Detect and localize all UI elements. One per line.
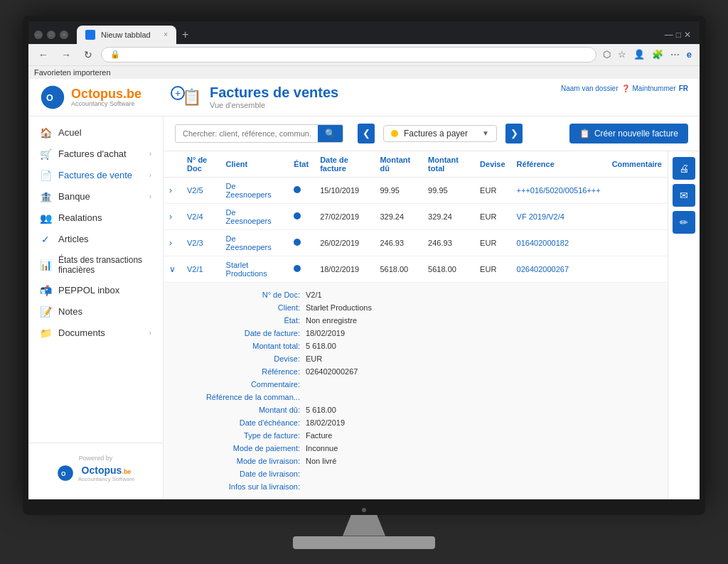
col-devise: Devise [474,151,510,178]
extensions-btn[interactable]: 🧩 [650,47,665,62]
row3-commentaire [606,229,668,256]
home-icon: 🏠 [40,127,51,139]
peppol-icon: 📬 [40,285,51,296]
detail-reference-value: 026402000267 [306,367,358,376]
sidebar-item-etats[interactable]: 📊 États des transactions finacières [28,250,163,280]
filter-dropdown[interactable]: Factures a payer ▼ [383,125,497,142]
row2-date: 27/02/2019 [314,203,374,229]
row4-client: Starlet Productions [220,256,289,282]
detail-mode-livraison-value: Non livré [306,457,336,465]
row1-client: De Zeesnoepers [220,177,289,203]
restore-icon[interactable]: □ [676,30,681,40]
row2-status [294,212,301,219]
chevron-factures-vente-icon: › [149,171,151,179]
notes-icon: 📝 [40,306,51,318]
row2-commentaire [606,203,668,229]
favorites-bar: Favorieten importeren [28,65,700,79]
detail-section: N° de Doc: V2/1 Client: Starlet Producti… [164,282,668,499]
bookmark-btn[interactable]: ☆ [616,47,628,62]
edit-btn[interactable]: ✏ [673,211,695,234]
prev-btn[interactable]: ❮ [358,124,375,143]
expand-row2-btn[interactable]: › [169,212,172,222]
logo-area: O Octopus.be Accountancy Software [40,85,154,110]
active-tab[interactable]: Nieuw tabblad × [77,26,176,44]
sidebar-item-realations[interactable]: 👥 Realations [28,207,163,229]
table-row[interactable]: › V2/4 De Zeesnoepers 27/02/2019 329.24 … [164,203,668,229]
detail-commentaire-label: Commentaire: [192,380,306,389]
sidebar-item-peppol[interactable]: 📬 PEPPOL inbox [28,280,163,301]
transactions-icon: 📊 [40,259,51,271]
sidebar-factures-vente-label: Factures de vente [58,170,132,180]
detail-etat-label: État: [192,316,306,325]
row4-devise: EUR [474,256,510,282]
expand-row3-btn[interactable]: › [169,238,172,248]
detail-infos-livraison-label: Infos sur la livraison: [192,482,306,491]
window-minimize-btn[interactable]: — [34,31,43,39]
table-row[interactable]: ∨ V2/1 Starlet Productions 18/02/2019 56… [164,256,668,282]
forward-btn[interactable]: → [57,47,75,63]
chevron-banque-icon: › [149,192,151,200]
col-commentaire: Commentaire [606,151,668,178]
next-btn[interactable]: ❯ [505,124,523,143]
search-button[interactable]: 🔍 [318,125,343,142]
detail-date-livraison-label: Date de livraison: [192,470,306,478]
send-btn[interactable]: ✉ [673,184,695,207]
row3-client: De Zeesnoepers [220,229,289,256]
table-row[interactable]: › V2/5 De Zeesnoepers 15/10/2019 99.95 9… [164,177,668,203]
address-bar: 🔒 [101,47,596,63]
row2-montant-total: 329.24 [422,203,474,229]
sidebar-item-notes[interactable]: 📝 Notes [28,301,163,322]
minimize-icon[interactable]: — [665,30,673,40]
sidebar-item-banque[interactable]: 🏦 Banque › [28,186,163,207]
sidebar-item-articles[interactable]: ✓ Articles [28,229,163,250]
sidebar-item-factures-vente[interactable]: 📄 Factures de vente › [28,165,163,186]
sidebar-notes-label: Notes [58,306,82,317]
detail-date-echeance-value: 18/02/2019 [306,418,345,427]
create-invoice-btn[interactable]: 📋 Créer nouvelle facture [569,124,688,143]
sidebar-item-documents[interactable]: 📁 Documents › [28,322,163,344]
detail-type-facture-value: Facture [306,431,332,440]
favorites-bar-label: Favorieten importeren [34,68,111,77]
monitor-stand [23,515,705,549]
row4-montant-total: 5618.00 [422,256,474,282]
detail-mode-paiement-value: Inconnue [306,444,338,452]
purchase-icon: 🛒 [40,148,51,160]
expand-row4-btn[interactable]: ∨ [169,264,176,274]
expand-row1-btn[interactable]: › [169,185,172,195]
detail-devise-value: EUR [306,354,322,363]
check-icon: ✓ [40,234,51,245]
close-icon[interactable]: ✕ [684,30,691,40]
page-subtitle: Vue d'ensemble [210,101,338,109]
window-maximize-btn[interactable]: □ [47,31,55,39]
tab-close-btn[interactable]: × [164,31,168,38]
row4-date: 18/02/2019 [314,256,374,282]
row2-client: De Zeesnoepers [220,203,289,229]
detail-mode-paiement-label: Mode de paiement: [192,444,306,452]
print-btn[interactable]: 🖨 [673,157,695,180]
detail-date-value: 18/02/2019 [306,329,345,337]
sidebar-item-acueil[interactable]: 🏠 Acuel [28,122,163,143]
page-title: Factures de ventes [210,85,338,101]
table-row[interactable]: › V2/3 De Zeesnoepers 26/02/2019 246.93 … [164,229,668,256]
row4-montant-du: 5618.00 [374,256,422,282]
user-lang: FR [679,85,688,92]
page-icon: 📋 [182,88,201,107]
address-input[interactable] [124,50,587,60]
col-doc: N° de Doc [181,151,220,178]
window-close-btn[interactable]: × [60,31,68,39]
profile-btn[interactable]: 👤 [631,47,647,62]
menu-btn[interactable]: ⋯ [668,47,682,62]
search-input[interactable] [176,126,318,141]
sidebar-item-factures-achat[interactable]: 🛒 Factures d'achat › [28,143,163,165]
detail-client-value: Starlet Productions [306,303,372,312]
new-tab-btn[interactable]: + [176,26,194,44]
chevron-factures-achat-icon: › [149,150,151,158]
edge-btn[interactable]: e [685,47,694,62]
detail-date-label: Date de facture: [192,329,306,337]
row1-date: 15/10/2019 [314,177,374,203]
right-panel: 🖨 ✉ ✏ [668,151,700,499]
cast-btn[interactable]: ⬡ [601,47,613,62]
back-btn[interactable]: ← [34,47,53,63]
add-button[interactable]: + [171,86,185,100]
refresh-btn[interactable]: ↻ [80,47,97,63]
